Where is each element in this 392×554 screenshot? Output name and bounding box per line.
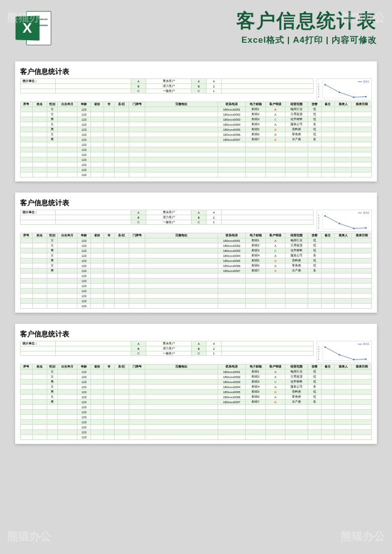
level-count: 1: [207, 351, 222, 355]
level-desc: 重点客户: [146, 79, 191, 83]
column-header: 省份: [90, 233, 104, 238]
level-code: C: [131, 351, 146, 355]
table-row: 123: [21, 294, 372, 299]
level-desc: 潜力客户: [146, 84, 191, 88]
table-row: 123: [21, 415, 372, 420]
table-row: 123: [21, 167, 372, 172]
level-count: 4: [207, 341, 222, 346]
watermark: 熊猫办公: [341, 529, 385, 544]
column-header: 市: [104, 233, 115, 238]
column-header: 填表人: [335, 102, 352, 107]
level-count: 1: [207, 220, 222, 224]
column-header: 县/区: [115, 102, 129, 107]
column-header: 出生年月: [57, 364, 77, 370]
excel-icon: X: [15, 9, 51, 47]
column-header: 出生年月: [57, 233, 77, 238]
level-code: B: [131, 215, 146, 220]
table-row: 123: [21, 172, 372, 177]
column-header: 完整地址: [145, 102, 218, 107]
level-count: 4: [207, 210, 222, 215]
table-row: 123: [21, 157, 372, 162]
column-header: 经营范围: [285, 102, 308, 107]
column-header: 信誉: [308, 364, 321, 370]
column-header: 年龄: [77, 102, 90, 107]
mini-chart: 系列1 543210: [317, 78, 372, 101]
column-header: 联系电话: [218, 233, 245, 238]
column-header: 客户等级: [265, 102, 285, 107]
sheet-title: 客户信息统计表: [20, 67, 372, 76]
column-header: 省份: [90, 364, 104, 370]
svg-point-13: [339, 354, 340, 355]
column-header: 性别: [47, 102, 57, 107]
column-header: 县/区: [115, 233, 129, 238]
table-row: 女 123 180xxxx0002邮箱2 A 日用百货优: [21, 375, 372, 380]
level-count: 4: [207, 79, 222, 83]
svg-point-14: [353, 359, 355, 360]
table-row: 123: [21, 284, 372, 289]
level-code: B: [191, 215, 207, 220]
column-header: 姓名: [32, 233, 47, 238]
table-row: 123: [21, 289, 372, 294]
data-table: 序号姓名性别出生年月年龄省份市县/区门牌号完整地址联系电话电子邮箱客户等级经营范…: [20, 364, 372, 440]
level-code: B: [191, 346, 207, 351]
level-code: C: [191, 351, 207, 355]
legend-block: 统计单位： A 重点客户 A 4 B 潜力客户 B 2 C 一般客户 C 1: [20, 210, 314, 225]
table-row: 123: [21, 152, 372, 157]
level-count: 2: [207, 346, 222, 351]
svg-point-15: [365, 358, 366, 360]
legend-block: 统计单位： A 重点客户 A 4 B 潜力客户 B 2 C 一般客户 C 1: [20, 341, 314, 356]
table-row: 123: [21, 405, 372, 410]
column-header: 信誉: [308, 102, 321, 107]
data-table: 序号姓名性别出生年月年龄省份市县/区门牌号完整地址联系电话电子邮箱客户等级经营范…: [20, 233, 372, 309]
column-header: 门牌号: [129, 364, 145, 370]
column-header: 客户等级: [265, 233, 285, 238]
table-row: 男 123 180xxxx0007邮箱7 B 水产类良: [21, 400, 372, 405]
level-count: 2: [207, 215, 222, 220]
data-table: 序号姓名性别出生年月年龄省份市县/区门牌号完整地址联系电话电子邮箱客户等级经营范…: [20, 102, 372, 177]
table-row: 123: [21, 304, 372, 309]
column-header: 填表日期: [352, 364, 372, 370]
table-row: 女 123 180xxxx0001邮箱1 A 电商行业优: [21, 370, 372, 375]
column-header: 经营范围: [285, 364, 308, 370]
level-code: A: [131, 79, 146, 83]
table-row: 123: [21, 142, 372, 147]
table-row: 女 123 180xxxx0004邮箱4 A 服装公司良: [21, 385, 372, 390]
table-row: 女 123 180xxxx0004邮箱4 A 服装公司良: [21, 122, 372, 127]
table-row: 123: [21, 273, 372, 279]
level-desc: 一般客户: [146, 351, 191, 355]
table-row: 女 123 180xxxx0006邮箱6 A 零食类优: [21, 395, 372, 400]
svg-point-6: [324, 215, 326, 217]
table-row: 女 123 180xxxx0001邮箱1 A 电商行业优: [21, 238, 372, 243]
column-header: 序号: [21, 102, 33, 107]
level-code: A: [131, 210, 146, 215]
level-code: A: [191, 79, 207, 83]
table-row: 123: [21, 435, 372, 440]
table-row: 123: [21, 425, 372, 430]
level-code: A: [191, 341, 207, 346]
column-header: 县/区: [115, 364, 129, 370]
unit-label: 统计单位：: [21, 210, 56, 215]
column-header: 填表人: [335, 233, 352, 238]
column-header: 备注: [321, 233, 334, 238]
column-header: 性别: [47, 364, 57, 370]
table-row: 123: [21, 430, 372, 435]
level-code: A: [131, 341, 146, 346]
column-header: 备注: [321, 102, 334, 107]
column-header: 填表人: [335, 364, 352, 370]
table-row: 123: [21, 299, 372, 304]
level-code: C: [131, 89, 146, 93]
column-header: 序号: [21, 364, 33, 370]
spreadsheet-page: 客户信息统计表 统计单位： A 重点客户 A 4 B 潜力客户 B 2 C 一般…: [15, 61, 377, 181]
level-code: A: [191, 210, 207, 215]
svg-point-0: [324, 84, 326, 85]
level-desc: 重点客户: [146, 210, 191, 215]
table-row: 男 123 180xxxx0007邮箱7 B 水产类良: [21, 268, 372, 273]
table-row: 男 123 180xxxx0005邮箱5 B 香料类优: [21, 258, 372, 263]
column-header: 市: [104, 364, 115, 370]
column-header: 省份: [90, 102, 104, 107]
mini-chart: 系列1 543210: [317, 210, 372, 232]
level-desc: 重点客户: [146, 341, 191, 346]
column-header: 序号: [21, 233, 33, 238]
svg-point-12: [324, 346, 326, 348]
column-header: 完整地址: [145, 233, 218, 238]
